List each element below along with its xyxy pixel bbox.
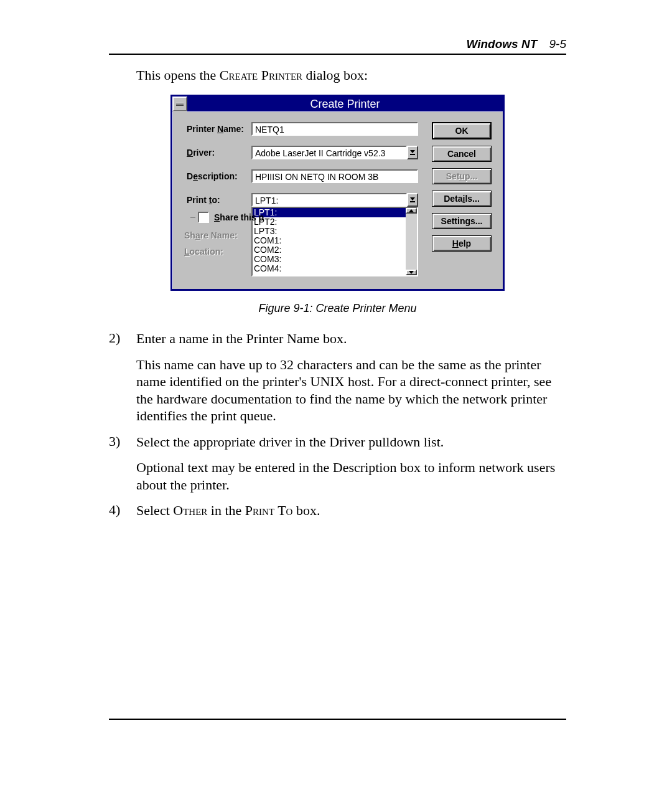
step-4: Select Other in the Print To box. bbox=[109, 502, 566, 519]
list-item[interactable]: COM1: bbox=[253, 236, 406, 245]
settings-button[interactable]: Settings... bbox=[432, 213, 492, 229]
system-menu-icon[interactable] bbox=[172, 97, 187, 111]
step-2: Enter a name in the Printer Name box. Th… bbox=[109, 330, 566, 425]
list-item[interactable]: COM3: bbox=[253, 255, 406, 264]
dialog-title: Create Printer bbox=[187, 97, 503, 111]
arrow-down-icon[interactable] bbox=[406, 270, 417, 275]
header-title: Windows NT bbox=[466, 37, 537, 50]
list-item[interactable]: LPT2: bbox=[253, 217, 406, 227]
description-label: Description: bbox=[187, 171, 251, 181]
list-item[interactable]: COM4: bbox=[253, 264, 406, 273]
ok-button[interactable]: OK bbox=[432, 122, 492, 139]
printer-name-input[interactable]: NETQ1 bbox=[251, 122, 418, 136]
print-to-label: Print to: bbox=[187, 195, 251, 205]
footer-rule bbox=[109, 719, 566, 720]
share-name-label: Share Name: bbox=[184, 230, 249, 240]
print-to-combo[interactable]: LPT1: bbox=[251, 193, 418, 207]
description-input[interactable]: HPIIISI ON NETQ IN ROOM 3B bbox=[251, 169, 418, 183]
header-page: 9-5 bbox=[541, 37, 566, 50]
printer-name-label: Printer Name: bbox=[187, 124, 251, 134]
details-button[interactable]: Details... bbox=[432, 191, 492, 207]
share-this-label: Share this p bbox=[214, 212, 264, 222]
create-printer-dialog: Create Printer Printer Name: NETQ1 Drive… bbox=[170, 95, 505, 291]
intro-text: This opens the Create Printer dialog box… bbox=[136, 67, 566, 83]
figure-caption: Figure 9-1: Create Printer Menu bbox=[109, 302, 566, 315]
chevron-down-icon[interactable] bbox=[407, 193, 418, 207]
driver-combo[interactable]: Adobe LaserJet II Cartridge v52.3 bbox=[251, 146, 418, 159]
running-header: Windows NT 9-5 bbox=[109, 37, 566, 55]
list-item[interactable]: LPT1: bbox=[253, 208, 406, 217]
arrow-up-icon[interactable] bbox=[406, 208, 417, 214]
step-list: Enter a name in the Printer Name box. Th… bbox=[109, 330, 566, 519]
location-label: Location: bbox=[184, 247, 249, 257]
chevron-down-icon[interactable] bbox=[407, 146, 418, 159]
help-button[interactable]: Help bbox=[432, 235, 492, 252]
setup-button: Setup... bbox=[432, 168, 492, 184]
share-this-checkbox[interactable] bbox=[198, 212, 209, 223]
step-3: Select the appropriate driver in the Dri… bbox=[109, 433, 566, 494]
title-bar: Create Printer bbox=[172, 97, 503, 111]
scrollbar[interactable] bbox=[406, 208, 417, 275]
cancel-button[interactable]: Cancel bbox=[432, 146, 492, 162]
print-to-listbox[interactable]: LPT1: LPT2: LPT3: COM1: COM2: COM3: COM4… bbox=[251, 207, 418, 276]
list-item[interactable]: LPT3: bbox=[253, 227, 406, 236]
list-item[interactable]: COM2: bbox=[253, 245, 406, 255]
driver-label: Driver: bbox=[187, 148, 251, 158]
